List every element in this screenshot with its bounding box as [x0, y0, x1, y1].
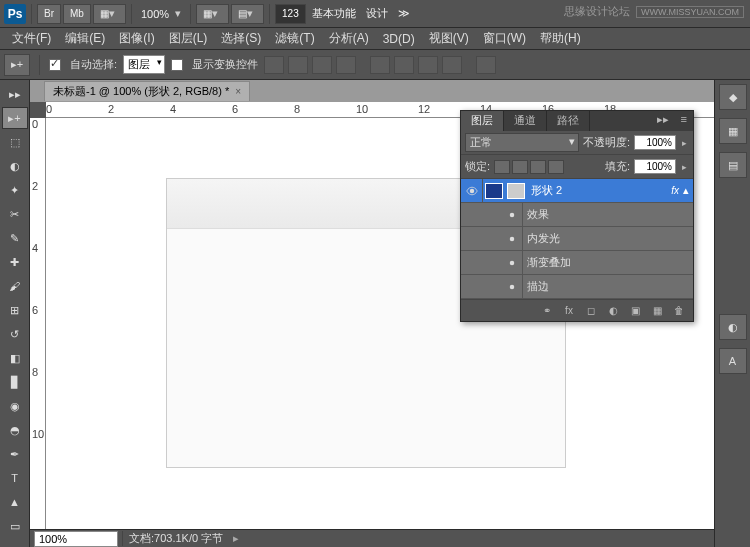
lock-transparency-icon[interactable] — [494, 160, 510, 174]
expand-tool[interactable]: ▸▸ — [2, 83, 28, 105]
menu-window[interactable]: 窗口(W) — [477, 28, 532, 49]
app-icon[interactable]: Ps — [4, 4, 26, 24]
fill-input[interactable]: 100% — [634, 159, 676, 174]
character-panel-icon[interactable]: A — [719, 348, 747, 374]
move-tool[interactable]: ▸+ — [2, 107, 28, 129]
link-layers-icon[interactable]: ⚭ — [539, 304, 555, 318]
menu-edit[interactable]: 编辑(E) — [59, 28, 111, 49]
close-tab-icon[interactable]: × — [235, 86, 241, 97]
menu-layer[interactable]: 图层(L) — [163, 28, 214, 49]
shape-tool[interactable]: ▭ — [2, 515, 28, 537]
tab-paths[interactable]: 路径 — [547, 111, 590, 131]
menu-select[interactable]: 选择(S) — [215, 28, 267, 49]
adjustment-layer-icon[interactable]: ◐ — [605, 304, 621, 318]
layer-stroke[interactable]: 描边 — [461, 275, 693, 299]
panel-menu-icon[interactable]: ≡ — [675, 111, 693, 131]
layer-mask-icon[interactable]: ◻ — [583, 304, 599, 318]
layer-inner-glow[interactable]: 内发光 — [461, 227, 693, 251]
blur-tool[interactable]: ◉ — [2, 395, 28, 417]
ruler-vertical[interactable]: 0246810 — [30, 118, 46, 529]
eyedropper-tool[interactable]: ✎ — [2, 227, 28, 249]
blend-mode-select[interactable]: 正常 — [465, 133, 579, 152]
fill-arrow-icon[interactable]: ▸ — [680, 162, 689, 172]
layer-gradient-overlay[interactable]: 渐变叠加 — [461, 251, 693, 275]
styles-panel-icon[interactable]: ▤ — [719, 152, 747, 178]
screenmode-button[interactable]: 123 — [275, 4, 306, 24]
arrange-button[interactable]: ▦▾ — [93, 4, 126, 24]
new-layer-icon[interactable]: ▦ — [649, 304, 665, 318]
document-tab[interactable]: 未标题-1 @ 100% (形状 2, RGB/8) *× — [44, 81, 250, 101]
menu-3d[interactable]: 3D(D) — [377, 30, 421, 48]
swatches-panel-icon[interactable]: ▦ — [719, 118, 747, 144]
path-select-tool[interactable]: ▲ — [2, 491, 28, 513]
tab-layers[interactable]: 图层 — [461, 111, 504, 131]
visibility-icon[interactable] — [501, 251, 523, 274]
visibility-icon[interactable] — [501, 203, 523, 226]
pen-tool[interactable]: ✒ — [2, 443, 28, 465]
workspace-more[interactable]: ≫ — [394, 7, 414, 20]
panel-collapse-icon[interactable]: ▸▸ — [651, 111, 675, 131]
menu-image[interactable]: 图像(I) — [113, 28, 160, 49]
delete-layer-icon[interactable]: 🗑 — [671, 304, 687, 318]
zoom-input[interactable]: 100% — [34, 531, 118, 547]
opacity-arrow-icon[interactable]: ▸ — [680, 138, 689, 148]
eraser-tool[interactable]: ◧ — [2, 347, 28, 369]
group-icon[interactable]: ▣ — [627, 304, 643, 318]
layer-thumb[interactable] — [485, 183, 503, 199]
workspace-design[interactable]: 设计 — [362, 6, 392, 21]
fx-badge[interactable]: fx — [667, 185, 683, 196]
adjustments-panel-icon[interactable]: ◐ — [719, 314, 747, 340]
layers-panel[interactable]: 图层 通道 路径 ▸▸ ≡ 正常 不透明度: 100% ▸ 锁定: 填充: 10… — [460, 110, 694, 322]
stamp-tool[interactable]: ⊞ — [2, 299, 28, 321]
auto-select-checkbox[interactable] — [49, 59, 61, 71]
menu-analysis[interactable]: 分析(A) — [323, 28, 375, 49]
menu-filter[interactable]: 滤镜(T) — [269, 28, 320, 49]
crop-tool[interactable]: ✂ — [2, 203, 28, 225]
lock-pixels-icon[interactable] — [512, 160, 528, 174]
history-brush-tool[interactable]: ↺ — [2, 323, 28, 345]
panel-tabs: 图层 通道 路径 ▸▸ ≡ — [461, 111, 693, 131]
visibility-icon[interactable] — [501, 275, 523, 298]
brush-tool[interactable]: 🖌 — [2, 275, 28, 297]
zoom-level[interactable]: 100% — [137, 8, 173, 20]
auto-select-label: 自动选择: — [70, 57, 117, 72]
bridge-button[interactable]: Br — [37, 4, 61, 24]
minibridge-button[interactable]: Mb — [63, 4, 91, 24]
layer-style-icon[interactable]: fx — [561, 304, 577, 318]
move-tool-preset[interactable]: ▸+ — [4, 54, 30, 76]
layers-footer: ⚭ fx ◻ ◐ ▣ ▦ 🗑 — [461, 299, 693, 321]
auto-select-target[interactable]: 图层 — [123, 55, 165, 74]
type-tool[interactable]: T — [2, 467, 28, 489]
svg-point-2 — [509, 236, 514, 241]
lasso-tool[interactable]: ◐ — [2, 155, 28, 177]
extras-button[interactable]: ▦▾ — [196, 4, 229, 24]
dodge-tool[interactable]: ◓ — [2, 419, 28, 441]
fx-toggle-icon[interactable]: ▴ — [683, 184, 693, 197]
guides-button[interactable]: ▤▾ — [231, 4, 264, 24]
wand-tool[interactable]: ✦ — [2, 179, 28, 201]
marquee-tool[interactable]: ⬚ — [2, 131, 28, 153]
menu-help[interactable]: 帮助(H) — [534, 28, 587, 49]
heal-tool[interactable]: ✚ — [2, 251, 28, 273]
workspace-basic[interactable]: 基本功能 — [308, 6, 360, 21]
opacity-input[interactable]: 100% — [634, 135, 676, 150]
menu-file[interactable]: 文件(F) — [6, 28, 57, 49]
gradient-tool[interactable]: ▊ — [2, 371, 28, 393]
layer-name[interactable]: 形状 2 — [527, 183, 667, 198]
layer-mask-thumb[interactable] — [507, 183, 525, 199]
color-panel-icon[interactable]: ◆ — [719, 84, 747, 110]
visibility-icon[interactable] — [461, 179, 483, 202]
visibility-icon[interactable] — [501, 227, 523, 250]
show-transform-checkbox[interactable] — [171, 59, 183, 71]
menu-view[interactable]: 视图(V) — [423, 28, 475, 49]
options-bar: ▸+ 自动选择: 图层 显示变换控件 — [0, 50, 750, 80]
svg-point-0 — [469, 188, 474, 193]
right-dock: ◆ ▦ ▤ ◐ A — [714, 80, 750, 547]
doc-size[interactable]: 文档:703.1K/0 字节 — [122, 531, 229, 546]
lock-position-icon[interactable] — [530, 160, 546, 174]
fill-label: 填充: — [605, 159, 630, 174]
lock-all-icon[interactable] — [548, 160, 564, 174]
layer-effects[interactable]: 效果 — [461, 203, 693, 227]
tab-channels[interactable]: 通道 — [504, 111, 547, 131]
layer-shape2[interactable]: 形状 2 fx ▴ — [461, 179, 693, 203]
